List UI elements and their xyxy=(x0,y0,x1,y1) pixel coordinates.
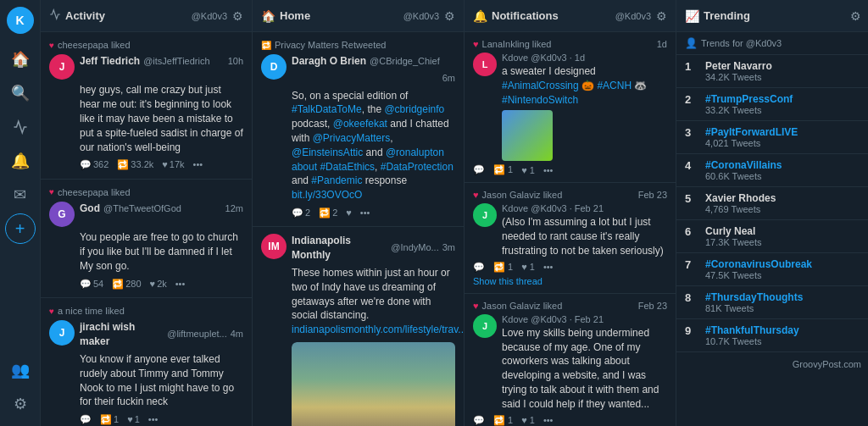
trend-1[interactable]: 1 Peter Navarro 34.2K Tweets xyxy=(676,55,868,88)
hashtag-pandemic[interactable]: #Pandemic xyxy=(311,174,362,186)
trend-5-count: 4,769 Tweets xyxy=(705,204,861,214)
notif-2-more[interactable]: ••• xyxy=(543,262,554,272)
notif-2-like[interactable]: ♥ 1 xyxy=(521,262,535,272)
home-tweet-1: 🔁 Privacy Matters Retweeted D Daragh O B… xyxy=(253,32,464,227)
tweet-1-like[interactable]: ♥ 17k xyxy=(162,158,184,171)
notif-1-reply[interactable]: 💬 xyxy=(473,164,485,175)
mention-link-5[interactable]: @ronalupton xyxy=(386,147,444,158)
home-tweet-1-retweet[interactable]: 🔁 2 xyxy=(319,207,337,219)
mention-link-4[interactable]: @EinsteinsAttic xyxy=(292,147,363,158)
sidebar-icon-notifications[interactable]: 🔔 xyxy=(5,146,36,176)
notif-2-retweet[interactable]: 🔁 1 xyxy=(493,262,513,273)
home-tweet-1-more[interactable]: ••• xyxy=(360,207,370,219)
tweet-1-retweet[interactable]: 🔁 33.2k xyxy=(117,158,153,171)
trend-7-rank: 7 xyxy=(685,258,698,271)
activity-column-title: Activity xyxy=(65,9,192,22)
tweet-3-retweet[interactable]: 🔁 1 xyxy=(100,413,119,426)
trend-7-name[interactable]: #CoronavirusOubreak xyxy=(705,258,861,270)
tweet-2-author[interactable]: God xyxy=(80,202,100,216)
home-tweet-1-author[interactable]: Daragh O Brien xyxy=(292,54,366,69)
tweet-3-reply[interactable]: 💬 xyxy=(80,413,92,426)
tweet-3-handle: @liftmeuplet... xyxy=(167,328,226,340)
home-column-settings[interactable]: ⚙ xyxy=(444,9,455,23)
trend-6[interactable]: 6 Curly Neal 17.3K Tweets xyxy=(676,220,868,253)
tweet-2-retweet[interactable]: 🔁 280 xyxy=(112,278,141,290)
hashtag-ac[interactable]: #AnimalCrossing xyxy=(502,80,579,91)
sidebar-icon-home[interactable]: 🏠 xyxy=(5,44,36,75)
hashtag-data-ethics[interactable]: #DataEthics xyxy=(320,161,375,173)
trend-6-name[interactable]: Curly Neal xyxy=(705,225,861,237)
trend-8-name[interactable]: #ThursdayThoughts xyxy=(705,291,861,303)
tweet-1-reply[interactable]: 💬 362 xyxy=(80,158,108,171)
activity-column-settings[interactable]: ⚙ xyxy=(232,9,243,23)
sidebar-icon-search[interactable]: 🔍 xyxy=(5,78,36,108)
trend-9[interactable]: 9 #ThankfulThursday 10.7K Tweets xyxy=(676,319,868,352)
trend-3-info: #PayItForwardLIVE 4,021 Tweets xyxy=(705,126,861,148)
trend-5-name[interactable]: Xavier Rhodes xyxy=(705,192,861,204)
sidebar-icon-settings[interactable]: ⚙ xyxy=(5,389,36,419)
notif-3-retweet[interactable]: 🔁 1 xyxy=(493,415,513,426)
home-column-handle: @Kd0v3 xyxy=(403,11,439,21)
tweet-3-author[interactable]: jirachi wish maker xyxy=(80,320,164,349)
hashtag-acnh[interactable]: #ACNH xyxy=(597,80,632,91)
home-tweet-2-avatar: IM xyxy=(261,234,287,259)
mention-link-2[interactable]: @okeefekat xyxy=(333,118,387,130)
trending-column-header: 📈 Trending ⚙ xyxy=(676,0,868,32)
tweet-2-reply[interactable]: 💬 54 xyxy=(80,278,103,290)
trend-7-info: #CoronavirusOubreak 47.5K Tweets xyxy=(705,258,861,280)
mention-link-3[interactable]: @PrivacyMatters xyxy=(313,132,391,144)
notif-1-like[interactable]: ♥ 1 xyxy=(521,165,535,175)
notif-3-liker: Jason Galaviz liked xyxy=(482,301,563,311)
tweet-1-more[interactable]: ••• xyxy=(193,158,203,171)
person-icon: 👤 xyxy=(685,37,698,49)
notif-3-body-area: Kdove @Kd0v3 · Feb 21 Love my skills bei… xyxy=(502,314,667,412)
bit-link[interactable]: bit.ly/33OVOcO xyxy=(292,189,362,201)
trend-3[interactable]: 3 #PayItForwardLIVE 4,021 Tweets xyxy=(676,121,868,154)
tweet-2-author-block: God @TheTweetOfGod 12m xyxy=(80,202,243,216)
trend-1-name[interactable]: Peter Navarro xyxy=(705,60,861,72)
sidebar-icon-add[interactable]: + xyxy=(5,213,36,244)
sidebar-icon-people[interactable]: 👥 xyxy=(5,355,36,385)
notif-1-retweet[interactable]: 🔁 1 xyxy=(493,164,513,175)
home-tweet-1-like[interactable]: ♥ xyxy=(346,207,352,219)
trend-1-count: 34.2K Tweets xyxy=(705,72,861,82)
trending-column-settings[interactable]: ⚙ xyxy=(850,9,861,23)
trend-4[interactable]: 4 #CoronaVillains 60.6K Tweets xyxy=(676,154,868,187)
notifications-column-handle: @Kd0v3 xyxy=(615,11,651,21)
sidebar-icon-messages[interactable]: ✉ xyxy=(5,180,36,210)
trend-2[interactable]: 2 #TrumpPressConf 33.2K Tweets xyxy=(676,88,868,121)
notif-3-reply[interactable]: 💬 xyxy=(473,415,485,426)
notifications-column-settings[interactable]: ⚙ xyxy=(656,9,667,23)
show-thread-link[interactable]: Show this thread xyxy=(473,273,667,286)
trend-2-name[interactable]: #TrumpPressConf xyxy=(705,93,861,105)
home-tweet-1-reply[interactable]: 💬 2 xyxy=(292,207,310,219)
notif-1-more[interactable]: ••• xyxy=(543,165,554,175)
hashtag-nintendo[interactable]: #NintendoSwitch xyxy=(502,94,578,106)
notif-3-more[interactable]: ••• xyxy=(543,415,554,425)
tweet-2-more[interactable]: ••• xyxy=(175,278,186,290)
trend-4-name[interactable]: #CoronaVillains xyxy=(705,159,861,171)
hashtag-link[interactable]: #TalkDataToMe xyxy=(292,103,362,115)
trend-8[interactable]: 8 #ThursdayThoughts 81K Tweets xyxy=(676,286,868,319)
home-column-title: Home xyxy=(280,9,403,22)
tweet-2-actions: 💬 54 🔁 280 ♥ 2k ••• xyxy=(49,278,243,290)
activity-column-header: Activity @Kd0v3 ⚙ xyxy=(41,0,252,32)
trend-3-name[interactable]: #PayItForwardLIVE xyxy=(705,126,861,138)
tweet-3-like[interactable]: ♥ 1 xyxy=(127,413,140,426)
mention-link-1[interactable]: @cbridgeinfo xyxy=(384,103,444,115)
notif-2-reply[interactable]: 💬 xyxy=(473,262,485,273)
indy-link[interactable]: indianapolismonthly.com/lifestyle/trav..… xyxy=(292,324,464,335)
notif-1: ♥ LanaInkling liked 1d L Kdove @Kd0v3 · … xyxy=(465,32,676,183)
tweet-2-like[interactable]: ♥ 2k xyxy=(150,278,167,290)
hashtag-data-protection[interactable]: #DataProtection xyxy=(381,161,453,173)
notif-3-like[interactable]: ♥ 1 xyxy=(521,415,535,425)
account-avatar[interactable]: K xyxy=(7,7,34,34)
tweet-1-author[interactable]: Jeff Tiedrich xyxy=(80,54,140,69)
tweet-3-more[interactable]: ••• xyxy=(148,413,159,426)
trend-9-name[interactable]: #ThankfulThursday xyxy=(705,324,861,336)
trend-7[interactable]: 7 #CoronavirusOubreak 47.5K Tweets xyxy=(676,253,868,286)
sidebar-icon-activity[interactable] xyxy=(5,112,36,142)
trend-1-info: Peter Navarro 34.2K Tweets xyxy=(705,60,861,82)
home-tweet-2-author[interactable]: Indianapolis Monthly xyxy=(292,234,387,263)
trend-5[interactable]: 5 Xavier Rhodes 4,769 Tweets xyxy=(676,187,868,220)
